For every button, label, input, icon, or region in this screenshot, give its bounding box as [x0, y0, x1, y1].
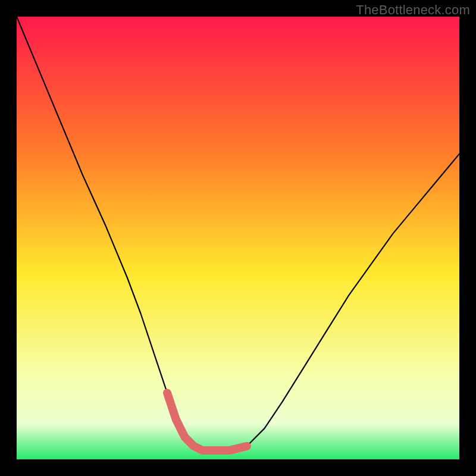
chart-stage: TheBottleneck.com [0, 0, 476, 476]
attribution-text: TheBottleneck.com [356, 2, 470, 18]
gradient-background [17, 17, 459, 459]
bottleneck-chart [17, 17, 459, 459]
